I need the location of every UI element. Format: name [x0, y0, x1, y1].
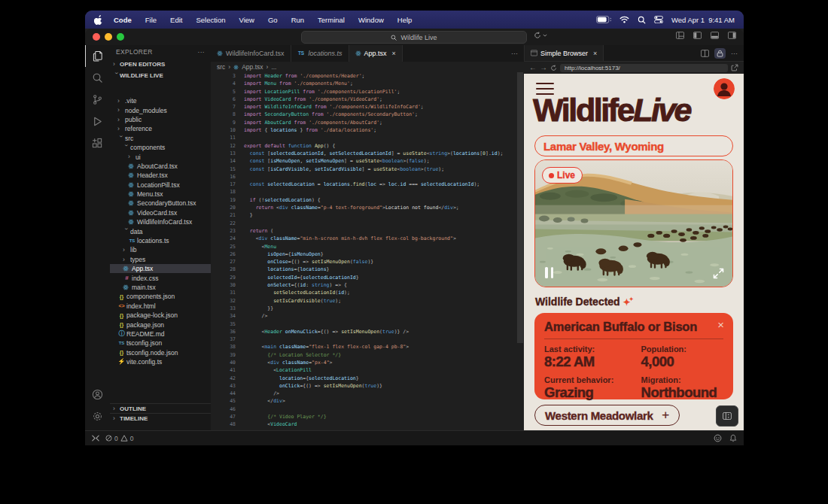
code-editor[interactable]: 3import Header from './components/Header… — [211, 72, 524, 430]
tree-item-index.css[interactable]: #index.css — [110, 273, 211, 282]
location-pill-button[interactable]: Lamar Valley, Wyoming — [534, 135, 733, 156]
tab-wildlifeinfocard[interactable]: WildlifeInfoCard.tsx — [211, 45, 291, 62]
apple-logo-icon[interactable] — [94, 15, 102, 25]
accounts-icon[interactable] — [85, 384, 110, 405]
tree-item-tsconfig.node.json[interactable]: {}tsconfig.node.json — [110, 348, 211, 357]
tree-item-components.json[interactable]: {}components.json — [110, 292, 211, 301]
floating-layout-button[interactable] — [716, 405, 738, 427]
tree-item-index.html[interactable]: <>index.html — [110, 302, 211, 311]
browser-back-button[interactable]: ← — [529, 64, 537, 71]
menu-file[interactable]: File — [139, 16, 163, 24]
feedback-icon[interactable] — [714, 434, 722, 442]
tree-item-ui[interactable]: ›ui — [110, 152, 211, 161]
notifications-bell-icon[interactable] — [729, 434, 737, 442]
western-meadowlark-button[interactable]: Western Meadowlark + — [534, 405, 680, 426]
tree-item-src[interactable]: ›src — [110, 134, 211, 143]
command-center-search[interactable]: Wildlife Live — [301, 31, 527, 44]
wifi-icon[interactable] — [619, 16, 629, 23]
explorer-more-icon[interactable]: ··· — [198, 48, 205, 56]
open-external-icon[interactable] — [731, 64, 738, 71]
menu-code[interactable]: Code — [107, 16, 139, 24]
tree-item-App.tsx[interactable]: App.tsx — [110, 264, 211, 273]
url-input[interactable]: http://localhost:5173/ — [560, 64, 728, 72]
menu-edit[interactable]: Edit — [163, 16, 189, 24]
window-minimize-button[interactable] — [105, 33, 112, 41]
lock-button[interactable] — [714, 48, 726, 59]
code-line: 47 {/* Video Player */} — [211, 413, 524, 421]
tree-item-node_modules[interactable]: ›node_modules — [110, 105, 211, 114]
tree-item-README.md[interactable]: ⓘREADME.md — [110, 329, 211, 339]
menu-selection[interactable]: Selection — [189, 16, 232, 24]
workspace-root[interactable]: › WILDLIFE LIVE — [110, 70, 211, 80]
refresh-layout-button[interactable] — [534, 32, 547, 39]
tree-item-LocationPill.tsx[interactable]: LocationPill.tsx — [110, 181, 211, 190]
split-editor-icon[interactable] — [701, 50, 709, 57]
tree-item-package.json[interactable]: {}package.json — [110, 320, 211, 329]
menu-window[interactable]: Window — [352, 16, 391, 24]
tree-item-lib[interactable]: ›lib — [110, 245, 211, 254]
tree-item-public[interactable]: ›public — [110, 115, 211, 124]
menu-help[interactable]: Help — [391, 16, 419, 24]
code-line: 45 </div> — [211, 397, 524, 405]
tree-item-WildlifeInfoCard.tsx[interactable]: WildlifeInfoCard.tsx — [110, 217, 211, 226]
tree-item-Header.tsx[interactable]: Header.tsx — [110, 171, 211, 180]
avatar[interactable] — [714, 78, 735, 99]
toggle-panel-icon[interactable] — [711, 32, 719, 39]
live-video-card[interactable]: Live — [534, 159, 733, 287]
editor-scrollbar[interactable] — [517, 72, 523, 343]
browser-forward-button[interactable]: → — [540, 64, 547, 71]
problems-indicator[interactable]: 0 0 — [105, 435, 133, 442]
tree-item-AboutCard.tsx[interactable]: AboutCard.tsx — [110, 162, 211, 171]
timeline-section[interactable]: › TIMELINE — [110, 414, 211, 424]
more-actions-icon[interactable]: ··· — [731, 50, 738, 57]
tab-app[interactable]: App.tsx × — [349, 45, 403, 62]
tree-item-tsconfig.json[interactable]: TStsconfig.json — [110, 339, 211, 348]
expand-icon[interactable] — [713, 268, 724, 279]
tree-item-VideoCard.tsx[interactable]: VideoCard.tsx — [110, 208, 211, 217]
remote-indicator[interactable] — [92, 435, 99, 442]
code-line: 46 — [211, 405, 524, 413]
menu-view[interactable]: View — [233, 16, 261, 24]
extensions-icon[interactable] — [85, 132, 110, 154]
run-debug-icon[interactable] — [85, 111, 110, 132]
tree-item-data[interactable]: ›data — [110, 226, 211, 235]
tree-item-Menu.tsx[interactable]: Menu.tsx — [110, 190, 211, 199]
open-editors-section[interactable]: › OPEN EDITORS — [110, 59, 211, 70]
tree-item-.vite[interactable]: ›.vite — [110, 96, 211, 105]
explorer-view-icon[interactable] — [85, 45, 111, 67]
spotlight-search-icon[interactable] — [638, 16, 646, 24]
code-line: 33 }} — [211, 305, 524, 312]
tree-item-locations.ts[interactable]: TSlocations.ts — [110, 236, 211, 245]
toggle-primary-sidebar-icon[interactable] — [693, 32, 702, 39]
toggle-secondary-sidebar-icon[interactable] — [728, 32, 736, 39]
battery-icon[interactable] — [596, 16, 611, 23]
tab-locations[interactable]: TS locations.ts — [291, 45, 349, 62]
tree-item-reference[interactable]: ›reference — [110, 124, 211, 133]
menu-terminal[interactable]: Terminal — [311, 16, 352, 24]
tree-item-types[interactable]: ›types — [110, 255, 211, 264]
menubar-date[interactable]: Wed Apr 1 — [671, 16, 705, 24]
source-control-icon[interactable] — [85, 89, 110, 111]
close-icon[interactable]: × — [392, 50, 396, 57]
tree-item-components[interactable]: ›components — [110, 143, 211, 152]
window-zoom-button[interactable] — [117, 33, 124, 41]
tree-item-package-lock.json[interactable]: {}package-lock.json — [110, 311, 211, 320]
customize-layout-icon[interactable] — [676, 32, 684, 39]
window-close-button[interactable] — [93, 33, 100, 41]
close-icon[interactable]: × — [717, 319, 724, 330]
tree-item-SecondaryButton.tsx[interactable]: SecondaryButton.tsx — [110, 199, 211, 208]
menubar-time[interactable]: 9:41 AM — [708, 16, 735, 24]
breadcrumb[interactable]: src › App.tsx › ... — [211, 62, 524, 72]
search-view-icon[interactable] — [85, 67, 110, 89]
tree-item-vite.config.ts[interactable]: ⚡vite.config.ts — [110, 357, 211, 366]
menu-go[interactable]: Go — [261, 16, 285, 24]
settings-gear-icon[interactable] — [85, 405, 110, 427]
control-center-icon[interactable] — [654, 16, 663, 23]
more-actions-icon[interactable]: ··· — [505, 45, 524, 62]
menu-run[interactable]: Run — [285, 16, 311, 24]
close-icon[interactable]: × — [593, 50, 597, 57]
tab-simple-browser[interactable]: Simple Browser × — [525, 45, 604, 61]
pause-button[interactable] — [545, 267, 553, 278]
tree-item-main.tsx[interactable]: main.tsx — [110, 283, 211, 292]
browser-reload-button[interactable] — [550, 65, 557, 71]
